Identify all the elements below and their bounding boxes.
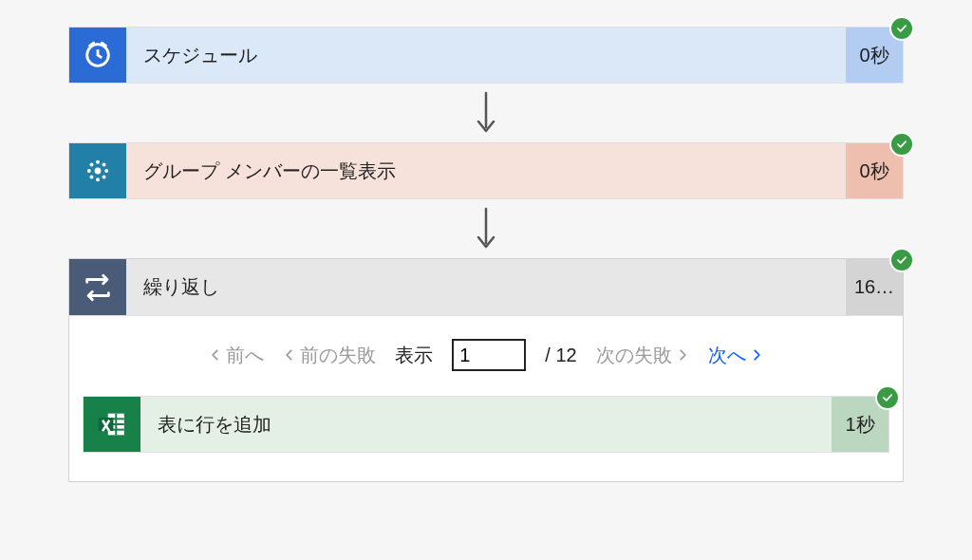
svg-point-6	[104, 169, 108, 173]
svg-point-8	[103, 163, 106, 167]
loop-container: 繰り返し 16… 前へ 前の失敗 表示	[68, 258, 904, 482]
step-loop-label: 繰り返し	[126, 259, 846, 315]
step-add-row[interactable]: 表に行を追加 1秒	[83, 396, 889, 453]
success-check-icon	[889, 248, 914, 272]
step-loop[interactable]: 繰り返し 16…	[69, 259, 903, 316]
svg-point-5	[87, 169, 91, 173]
pager-prev-label: 前へ	[226, 343, 264, 368]
step-list-members[interactable]: グループ メンバーの一覧表示 0秒	[68, 142, 904, 199]
pager-page-input[interactable]	[452, 339, 526, 371]
group-dots-icon	[69, 143, 126, 198]
pager-prev-fail: 前の失敗	[283, 343, 376, 368]
loop-icon	[69, 259, 126, 315]
success-check-icon	[889, 132, 914, 157]
pager-next-label: 次へ	[708, 343, 746, 368]
success-check-icon	[889, 16, 914, 41]
svg-point-4	[96, 177, 100, 181]
clock-icon	[69, 28, 126, 83]
iteration-pager: 前へ 前の失敗 表示 / 12 次の失敗 次へ	[83, 339, 889, 371]
svg-point-9	[90, 176, 94, 179]
pager-show-label: 表示	[395, 343, 433, 368]
step-schedule[interactable]: スケジュール 0秒	[68, 27, 904, 84]
pager-total: / 12	[545, 345, 576, 366]
excel-icon	[84, 397, 140, 452]
arrow-down-icon	[476, 84, 496, 142]
step-add-row-label: 表に行を追加	[140, 397, 832, 452]
pager-next[interactable]: 次へ	[708, 343, 763, 368]
success-check-icon	[875, 385, 900, 410]
step-schedule-label: スケジュール	[126, 28, 846, 83]
step-list-members-label: グループ メンバーの一覧表示	[126, 143, 846, 198]
pager-next-fail-label: 次の失敗	[596, 343, 672, 368]
pager-prev-fail-label: 前の失敗	[300, 343, 376, 368]
pager-prev: 前へ	[209, 343, 264, 368]
pager-next-fail: 次の失敗	[596, 343, 689, 368]
flow-canvas: スケジュール 0秒	[0, 0, 972, 560]
svg-point-2	[95, 168, 102, 175]
svg-point-10	[103, 176, 106, 179]
svg-point-3	[96, 160, 100, 164]
arrow-down-icon	[476, 199, 496, 258]
svg-point-7	[90, 163, 94, 167]
loop-body: 前へ 前の失敗 表示 / 12 次の失敗 次へ	[69, 316, 903, 481]
